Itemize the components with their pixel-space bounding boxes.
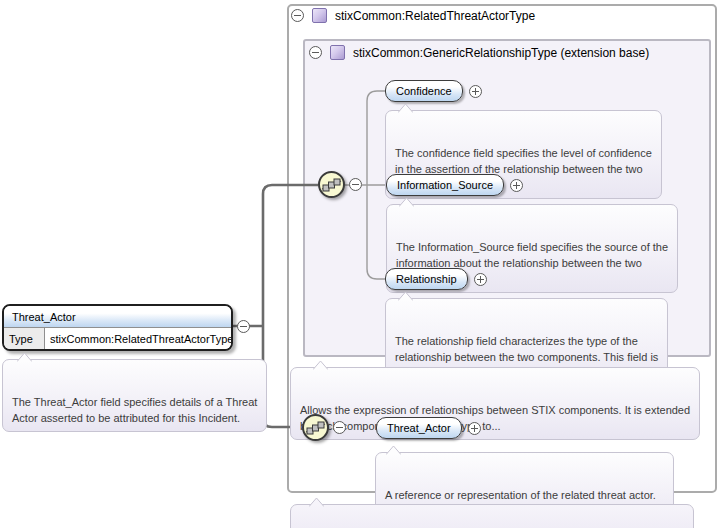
type-value: stixCommon:RelatedThreatActorType [45,328,231,349]
information-source-element[interactable]: Information_Source [386,174,504,196]
collapse-icon[interactable] [309,46,322,59]
root-element-name: Threat_Actor [12,311,76,323]
collapse-icon[interactable] [349,178,362,191]
complex-type-icon [312,8,327,23]
root-element-type-row: Type stixCommon:RelatedThreatActorType [4,328,231,349]
sequence-glyph [305,417,326,438]
schema-diagram: stixCommon:RelatedThreatActorType stixCo… [0,0,721,528]
sequence-icon [302,414,329,441]
expand-icon[interactable] [474,273,487,286]
expand-icon[interactable] [510,179,523,192]
base-sequence-group [318,171,362,198]
element-information-source: Information_Source [386,174,523,196]
type-label: Type [4,328,45,349]
collapse-icon[interactable] [333,421,346,434]
root-element-header: Threat_Actor [4,306,231,328]
outer-panel-title: stixCommon:RelatedThreatActorType [335,9,535,23]
sequence-icon [318,171,345,198]
root-element-box[interactable]: Threat_Actor Type stixCommon:RelatedThre… [2,304,233,351]
threat-actor-child-element[interactable]: Threat_Actor [376,417,462,439]
base-panel-header: stixCommon:GenericRelationshipType (exte… [309,45,649,60]
outer-panel-header: stixCommon:RelatedThreatActorType [291,8,535,23]
collapse-icon[interactable] [291,9,304,22]
confidence-element[interactable]: Confidence [385,80,463,102]
relationship-element[interactable]: Relationship [385,268,468,290]
extension-sequence-group [302,414,346,441]
root-element-doc: The Threat_Actor field specifies details… [2,359,267,432]
tooltip-pointer [399,197,414,207]
element-confidence: Confidence [385,80,482,102]
tooltip-pointer [313,360,328,370]
sequence-glyph [321,174,342,195]
tooltip-pointer [309,497,324,507]
tooltip-pointer [386,445,401,455]
expand-icon[interactable] [469,85,482,98]
collapse-icon[interactable] [237,320,250,333]
tooltip-pointer [398,291,413,301]
base-panel-title: stixCommon:GenericRelationshipType (exte… [353,46,649,60]
expand-icon[interactable] [468,422,481,435]
base-type-doc-text: Allows the expression of relationships b… [300,404,690,432]
element-threat-actor-child: Threat_Actor [376,417,481,439]
tooltip-pointer [398,103,413,113]
root-element-doc-text: The Threat_Actor field specifies details… [12,396,257,424]
footer-note: Identifies or characterizes a relationsh… [290,504,694,528]
complex-type-icon [330,45,345,60]
tooltip-pointer [17,352,32,362]
element-relationship: Relationship [385,268,487,290]
base-type-doc: Allows the expression of relationships b… [290,367,700,440]
